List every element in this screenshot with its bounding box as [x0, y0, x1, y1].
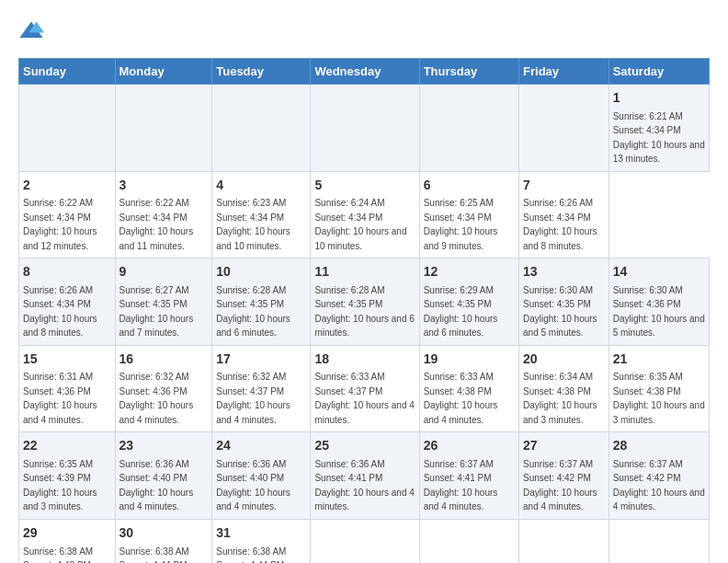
header-day-friday: Friday	[519, 59, 609, 85]
header	[18, 18, 710, 44]
day-number: 12	[424, 263, 515, 282]
calendar-cell	[609, 519, 709, 563]
day-number: 14	[613, 263, 705, 282]
day-info: Sunrise: 6:38 AMSunset: 4:43 PMDaylight:…	[23, 546, 97, 563]
day-number: 18	[314, 350, 415, 369]
day-number: 3	[119, 177, 209, 195]
calendar-cell: 24Sunrise: 6:36 AMSunset: 4:40 PMDayligh…	[212, 432, 311, 520]
day-info: Sunrise: 6:32 AMSunset: 4:36 PMDaylight:…	[119, 372, 194, 425]
day-number: 27	[523, 437, 605, 455]
calendar-cell: 23Sunrise: 6:36 AMSunset: 4:40 PMDayligh…	[115, 432, 212, 520]
day-number: 11	[314, 263, 415, 282]
day-number: 29	[23, 524, 111, 543]
day-info: Sunrise: 6:27 AMSunset: 4:35 PMDaylight:…	[119, 285, 194, 339]
day-number: 20	[523, 350, 605, 369]
day-info: Sunrise: 6:33 AMSunset: 4:37 PMDaylight:…	[314, 372, 414, 425]
header-day-thursday: Thursday	[419, 59, 518, 85]
calendar-week-1: 1Sunrise: 6:21 AMSunset: 4:34 PMDaylight…	[19, 85, 710, 172]
calendar-header: SundayMondayTuesdayWednesdayThursdayFrid…	[19, 59, 710, 85]
calendar-cell	[419, 519, 518, 563]
calendar-cell: 16Sunrise: 6:32 AMSunset: 4:36 PMDayligh…	[115, 345, 212, 432]
day-info: Sunrise: 6:29 AMSunset: 4:35 PMDaylight:…	[424, 285, 498, 339]
day-number: 30	[119, 524, 209, 543]
calendar-cell: 31Sunrise: 6:38 AMSunset: 4:44 PMDayligh…	[212, 519, 311, 563]
day-info: Sunrise: 6:36 AMSunset: 4:40 PMDaylight:…	[119, 459, 194, 512]
day-number: 16	[119, 350, 209, 369]
logo-icon	[18, 18, 44, 44]
day-info: Sunrise: 6:37 AMSunset: 4:42 PMDaylight:…	[613, 459, 705, 512]
calendar-cell: 5Sunrise: 6:24 AMSunset: 4:34 PMDaylight…	[311, 171, 419, 259]
logo	[18, 18, 48, 44]
day-info: Sunrise: 6:28 AMSunset: 4:35 PMDaylight:…	[216, 285, 290, 339]
day-number: 8	[23, 263, 111, 282]
day-info: Sunrise: 6:30 AMSunset: 4:36 PMDaylight:…	[613, 285, 705, 339]
day-number: 19	[424, 350, 515, 369]
calendar-cell: 13Sunrise: 6:30 AMSunset: 4:35 PMDayligh…	[519, 259, 609, 346]
header-day-sunday: Sunday	[19, 59, 116, 85]
day-number: 2	[23, 177, 111, 195]
calendar-cell: 6Sunrise: 6:25 AMSunset: 4:34 PMDaylight…	[419, 171, 518, 259]
calendar-cell	[519, 519, 609, 563]
day-info: Sunrise: 6:30 AMSunset: 4:35 PMDaylight:…	[523, 285, 597, 339]
calendar-cell	[115, 85, 212, 172]
day-number: 26	[424, 437, 515, 455]
header-day-wednesday: Wednesday	[311, 59, 419, 85]
day-number: 9	[119, 263, 209, 282]
day-info: Sunrise: 6:32 AMSunset: 4:37 PMDaylight:…	[216, 372, 290, 425]
calendar-body: 1Sunrise: 6:21 AMSunset: 4:34 PMDaylight…	[19, 85, 710, 564]
calendar-cell: 7Sunrise: 6:26 AMSunset: 4:34 PMDaylight…	[519, 171, 609, 259]
day-info: Sunrise: 6:36 AMSunset: 4:41 PMDaylight:…	[314, 459, 414, 512]
day-info: Sunrise: 6:38 AMSunset: 4:44 PMDaylight:…	[216, 546, 290, 563]
day-info: Sunrise: 6:24 AMSunset: 4:34 PMDaylight:…	[314, 198, 406, 251]
calendar-cell: 22Sunrise: 6:35 AMSunset: 4:39 PMDayligh…	[19, 432, 116, 520]
day-info: Sunrise: 6:31 AMSunset: 4:36 PMDaylight:…	[23, 372, 97, 425]
calendar-cell: 21Sunrise: 6:35 AMSunset: 4:38 PMDayligh…	[609, 345, 709, 432]
day-info: Sunrise: 6:37 AMSunset: 4:42 PMDaylight:…	[523, 459, 597, 512]
day-info: Sunrise: 6:22 AMSunset: 4:34 PMDaylight:…	[23, 198, 97, 251]
day-info: Sunrise: 6:23 AMSunset: 4:34 PMDaylight:…	[216, 198, 290, 251]
calendar-cell: 11Sunrise: 6:28 AMSunset: 4:35 PMDayligh…	[311, 259, 419, 346]
day-number: 13	[523, 263, 605, 282]
header-day-monday: Monday	[115, 59, 212, 85]
calendar-cell	[419, 85, 518, 172]
day-info: Sunrise: 6:35 AMSunset: 4:38 PMDaylight:…	[613, 372, 705, 425]
day-number: 6	[424, 177, 515, 195]
day-info: Sunrise: 6:35 AMSunset: 4:39 PMDaylight:…	[23, 459, 97, 512]
day-number: 10	[216, 263, 306, 282]
calendar-week-3: 8Sunrise: 6:26 AMSunset: 4:34 PMDaylight…	[19, 259, 710, 346]
day-number: 24	[216, 437, 306, 455]
day-info: Sunrise: 6:26 AMSunset: 4:34 PMDaylight:…	[23, 285, 97, 339]
calendar-cell	[519, 85, 609, 172]
calendar-cell: 19Sunrise: 6:33 AMSunset: 4:38 PMDayligh…	[419, 345, 518, 432]
day-info: Sunrise: 6:38 AMSunset: 4:44 PMDaylight:…	[119, 546, 194, 563]
header-row: SundayMondayTuesdayWednesdayThursdayFrid…	[19, 59, 710, 85]
calendar-cell: 1Sunrise: 6:21 AMSunset: 4:34 PMDaylight…	[609, 85, 709, 172]
day-info: Sunrise: 6:34 AMSunset: 4:38 PMDaylight:…	[523, 372, 597, 425]
day-info: Sunrise: 6:26 AMSunset: 4:34 PMDaylight:…	[523, 198, 597, 251]
calendar-cell: 4Sunrise: 6:23 AMSunset: 4:34 PMDaylight…	[212, 171, 311, 259]
calendar-cell: 8Sunrise: 6:26 AMSunset: 4:34 PMDaylight…	[19, 259, 116, 346]
day-info: Sunrise: 6:22 AMSunset: 4:34 PMDaylight:…	[119, 198, 194, 251]
calendar-week-2: 2Sunrise: 6:22 AMSunset: 4:34 PMDaylight…	[19, 171, 710, 259]
calendar-cell	[19, 85, 116, 172]
calendar-cell: 17Sunrise: 6:32 AMSunset: 4:37 PMDayligh…	[212, 345, 311, 432]
header-day-tuesday: Tuesday	[212, 59, 311, 85]
day-number: 5	[314, 177, 415, 195]
day-number: 15	[23, 350, 111, 369]
calendar-week-5: 22Sunrise: 6:35 AMSunset: 4:39 PMDayligh…	[19, 432, 710, 520]
calendar-cell: 14Sunrise: 6:30 AMSunset: 4:36 PMDayligh…	[609, 259, 709, 346]
calendar-cell: 30Sunrise: 6:38 AMSunset: 4:44 PMDayligh…	[115, 519, 212, 563]
calendar-cell: 26Sunrise: 6:37 AMSunset: 4:41 PMDayligh…	[419, 432, 518, 520]
header-day-saturday: Saturday	[609, 59, 709, 85]
calendar-week-6: 29Sunrise: 6:38 AMSunset: 4:43 PMDayligh…	[19, 519, 710, 563]
calendar-cell: 25Sunrise: 6:36 AMSunset: 4:41 PMDayligh…	[311, 432, 419, 520]
calendar-week-4: 15Sunrise: 6:31 AMSunset: 4:36 PMDayligh…	[19, 345, 710, 432]
day-info: Sunrise: 6:28 AMSunset: 4:35 PMDaylight:…	[314, 285, 414, 339]
day-number: 23	[119, 437, 209, 455]
day-number: 17	[216, 350, 306, 369]
calendar-cell: 9Sunrise: 6:27 AMSunset: 4:35 PMDaylight…	[115, 259, 212, 346]
calendar-cell: 3Sunrise: 6:22 AMSunset: 4:34 PMDaylight…	[115, 171, 212, 259]
calendar-cell: 27Sunrise: 6:37 AMSunset: 4:42 PMDayligh…	[519, 432, 609, 520]
calendar-cell: 10Sunrise: 6:28 AMSunset: 4:35 PMDayligh…	[212, 259, 311, 346]
calendar-cell: 12Sunrise: 6:29 AMSunset: 4:35 PMDayligh…	[419, 259, 518, 346]
